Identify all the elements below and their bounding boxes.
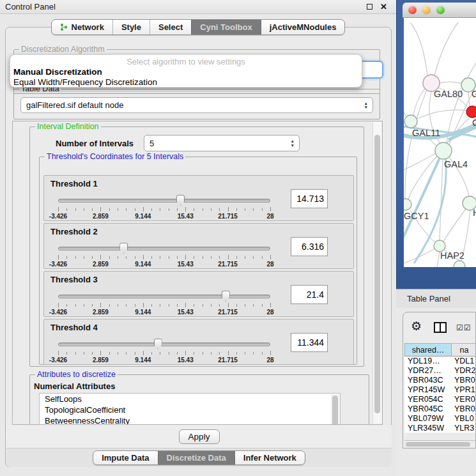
cell-shared-name[interactable]: YBR045C: [404, 404, 452, 414]
split-columns-icon[interactable]: [434, 322, 447, 333]
network-canvas[interactable]: GAL80 GA C GAL11 GAL4 GCY1 H HAP2: [404, 18, 476, 267]
table-horizontal-scrollbar[interactable]: [404, 440, 475, 447]
column-header-name[interactable]: na: [452, 343, 476, 356]
cell-shared-name[interactable]: YBL079W: [404, 414, 452, 424]
table-row[interactable]: YBR045CYBR0: [404, 404, 476, 414]
list-scrollbar[interactable]: [331, 394, 339, 425]
node-table[interactable]: shared… na YDL19…YDL1YDR27…YDR2YBR043CYB…: [404, 343, 476, 433]
node-gcy1[interactable]: [404, 199, 411, 210]
table-row[interactable]: YDR27…YDR2: [404, 366, 476, 376]
node-gal11[interactable]: [404, 115, 417, 128]
cell-name[interactable]: YPR1: [452, 385, 476, 395]
cell-name[interactable]: YBR0: [452, 404, 476, 414]
close-traffic-light[interactable]: [408, 6, 417, 14]
tab-label: Impute Data: [102, 453, 149, 463]
algorithm-combobox[interactable]: [359, 61, 383, 79]
control-panel-titlebar: Control Panel ✕: [0, 0, 396, 14]
number-of-intervals-combobox[interactable]: 5 ▲▼: [144, 135, 300, 151]
dropdown-option-equal-width[interactable]: Equal Width/Frequency Discretization: [10, 77, 362, 88]
node-red-selected[interactable]: [466, 106, 476, 118]
threshold-label: Threshold 3: [50, 275, 98, 284]
close-icon[interactable]: ✕: [380, 3, 387, 11]
table-data-combobox[interactable]: galFiltered.sif default node ▲▼: [20, 97, 373, 113]
tab-style[interactable]: Style: [112, 20, 150, 35]
tab-discretize-data[interactable]: Discretize Data: [158, 451, 234, 464]
settings-scrollbar[interactable]: [372, 122, 381, 424]
tab-impute-data[interactable]: Impute Data: [93, 451, 157, 464]
scrollbar-thumb[interactable]: [406, 442, 470, 447]
right-panel: GAL80 GA C GAL11 GAL4 GCY1 H HAP2 Table …: [396, 0, 476, 476]
node-partial-bottom[interactable]: [454, 261, 465, 267]
zoom-traffic-light[interactable]: [436, 6, 445, 14]
numerical-attributes-label: Numerical Attributes: [34, 381, 115, 391]
cell-shared-name[interactable]: YDL19…: [404, 357, 452, 366]
cell-shared-name[interactable]: YDR27…: [404, 366, 452, 376]
label-partial-mid: C: [472, 118, 476, 128]
table-row[interactable]: YPR145WYPR1: [404, 385, 476, 395]
slider-handle[interactable]: [176, 195, 185, 206]
tab-infer-network[interactable]: Infer Network: [234, 451, 305, 464]
numerical-attributes-list[interactable]: SelfLoopsTopologicalCoefficientBetweenne…: [39, 393, 341, 425]
threshold-value-field[interactable]: 6.316: [291, 237, 328, 256]
slider-track[interactable]: [58, 199, 270, 203]
number-of-intervals-label: Number of Intervals: [56, 139, 134, 148]
cell-name[interactable]: YBL0: [452, 414, 476, 424]
slider-track[interactable]: [58, 295, 270, 298]
threshold-label: Threshold 1: [50, 179, 98, 188]
threshold-slider[interactable]: -3.4262.8599.14415.4321.71528: [58, 289, 270, 316]
tab-cyni-toolbox[interactable]: Cyni Toolbox: [191, 20, 260, 35]
tab-select[interactable]: Select: [150, 20, 191, 35]
minimize-traffic-light[interactable]: [422, 6, 431, 14]
cell-name[interactable]: YDR2: [452, 366, 476, 376]
slider-handle[interactable]: [222, 291, 230, 302]
gear-icon[interactable]: ⚙: [411, 320, 422, 332]
tab-jactivemnodules[interactable]: jActiveMNodules: [261, 20, 345, 35]
node-gal4[interactable]: [435, 142, 452, 159]
threshold-value-field[interactable]: 11.344: [291, 333, 328, 352]
attribute-item[interactable]: BetweennessCentrality: [40, 415, 340, 425]
cell-name[interactable]: YLR3: [452, 424, 476, 433]
label-gal4: GAL4: [444, 159, 468, 169]
attribute-item[interactable]: TopologicalCoefficient: [40, 404, 340, 415]
threshold-value-field[interactable]: 21.4: [291, 285, 328, 304]
dropdown-option-manual[interactable]: Manual Discretization: [10, 67, 362, 77]
table-row[interactable]: YER054CYER0: [404, 395, 476, 404]
slider-handle[interactable]: [119, 243, 128, 254]
slider-handle[interactable]: [154, 339, 162, 349]
threshold-label: Threshold 2: [50, 227, 98, 236]
table-row[interactable]: YBR043CYBR0: [404, 376, 476, 385]
slider-track[interactable]: [58, 342, 270, 346]
threshold-slider[interactable]: -3.4262.8599.14415.4321.71528: [58, 337, 270, 364]
slider-tick-labels: -3.4262.8599.14415.4321.71528: [58, 309, 270, 316]
threshold-slider[interactable]: -3.4262.8599.14415.4321.71528: [58, 194, 270, 220]
label-gal11: GAL11: [412, 128, 440, 138]
cell-name[interactable]: YBR0: [452, 376, 476, 385]
table-row[interactable]: YLR345WYLR3: [404, 424, 476, 433]
threshold-3-card: Threshold 3 -3.4262.8599.14415.4321.7152…: [43, 271, 354, 317]
cell-name[interactable]: YDL1: [452, 357, 476, 366]
cell-name[interactable]: YER0: [452, 395, 476, 404]
table-row[interactable]: YDL19…YDL1: [404, 357, 476, 366]
slider-track[interactable]: [58, 247, 270, 250]
table-data-section: Table Data galFiltered.sif default node …: [13, 89, 380, 119]
table-row[interactable]: YBL079WYBL0: [404, 414, 476, 424]
cell-shared-name[interactable]: YER054C: [404, 395, 452, 404]
cell-shared-name[interactable]: YBR043C: [404, 376, 452, 385]
cell-shared-name[interactable]: YPR145W: [404, 385, 452, 395]
scrollbar-thumb[interactable]: [374, 135, 380, 413]
checkbox-icons[interactable]: ☑☑: [456, 323, 472, 332]
slider-tick-labels: -3.4262.8599.14415.4321.71528: [58, 261, 270, 268]
combobox-value: galFiltered.sif default node: [26, 100, 123, 110]
tab-label: Network: [72, 22, 104, 32]
float-window-icon[interactable]: [367, 4, 372, 10]
column-header-shared-name[interactable]: shared…: [404, 343, 452, 356]
apply-button[interactable]: Apply: [179, 429, 220, 444]
threshold-label: Threshold 4: [50, 323, 98, 332]
top-tab-bar: Network Style Select Cyni Toolbox jActiv…: [0, 19, 396, 35]
tab-network[interactable]: Network: [52, 20, 112, 35]
threshold-slider[interactable]: -3.4262.8599.14415.4321.71528: [58, 242, 270, 268]
app-screen: Control Panel ✕ Network Style Select Cyn…: [0, 0, 476, 476]
attribute-item[interactable]: SelfLoops: [40, 394, 340, 404]
cell-shared-name[interactable]: YLR345W: [404, 424, 452, 433]
threshold-value-field[interactable]: 14.713: [291, 189, 328, 208]
